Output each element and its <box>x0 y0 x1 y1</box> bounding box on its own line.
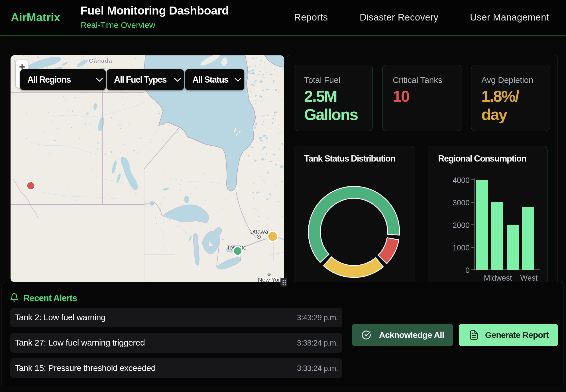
svg-text:1000: 1000 <box>453 244 470 252</box>
svg-text:Midwest: Midwest <box>484 274 512 282</box>
svg-text:Ottawa: Ottawa <box>249 228 268 235</box>
svg-text:3000: 3000 <box>453 199 470 207</box>
svg-text:2000: 2000 <box>453 221 470 230</box>
svg-text:New York: New York <box>258 276 283 282</box>
svg-text:4000: 4000 <box>453 176 470 185</box>
svg-text:0: 0 <box>465 266 470 275</box>
svg-text:Canada: Canada <box>89 57 112 64</box>
svg-text:West: West <box>520 274 538 282</box>
